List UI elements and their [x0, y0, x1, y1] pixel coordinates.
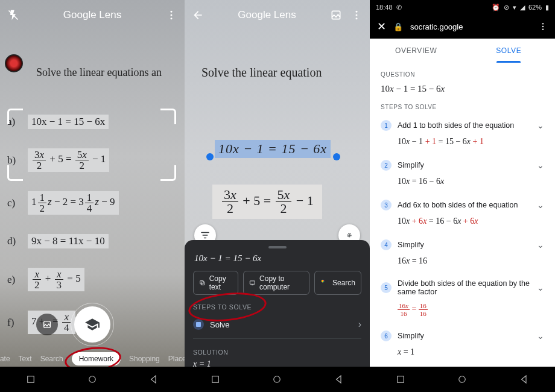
- mode-text[interactable]: Text: [19, 355, 32, 363]
- chevron-down-icon: ⌄: [537, 331, 544, 341]
- lock-icon: 🔒: [393, 22, 403, 31]
- shutter-button[interactable]: [74, 306, 110, 343]
- step-2-equation: 10x = 16 − 6x: [398, 177, 544, 186]
- step-6[interactable]: 6Simplify⌄ x = 1: [381, 327, 544, 357]
- equation-b[interactable]: 3x2 + 5 = 5x2 − 1: [28, 148, 109, 172]
- nav-recent-icon[interactable]: [395, 374, 406, 385]
- step-4-equation: 16x = 16: [398, 256, 544, 266]
- equation-b[interactable]: 3x2 + 5 = 5x2 − 1: [212, 185, 322, 219]
- steps-heading: STEPS TO SOLVE: [381, 104, 544, 110]
- pane-lens-results: Google Lens Solve the linear equation 10…: [185, 0, 370, 392]
- app-title: Google Lens: [238, 9, 296, 21]
- status-bar: 18:48 ✆ ⏰ ⊘ ▾ ◢ 62% ▮: [370, 0, 555, 14]
- action-chips: Copy text Copy to computer Search: [193, 271, 361, 295]
- equation-a[interactable]: 10x − 1 = 15 − 6x: [28, 115, 109, 129]
- svg-point-24: [459, 376, 466, 383]
- solve-row[interactable]: Solve ›: [193, 314, 361, 339]
- page-headline: Solve the linear equations an: [36, 66, 185, 79]
- step-6-equation: x = 1: [398, 347, 544, 357]
- status-time: 18:48 ✆: [376, 4, 402, 11]
- tab-overview[interactable]: OVERVIEW: [370, 39, 463, 63]
- selection-handle-right[interactable]: [333, 153, 340, 160]
- svg-rect-12: [200, 280, 203, 283]
- nav-back-icon[interactable]: [148, 374, 159, 385]
- pane-lens-capture: Google Lens Solve the linear equations a…: [0, 0, 185, 392]
- nav-home-icon[interactable]: [457, 374, 468, 385]
- svg-point-8: [356, 14, 358, 16]
- equation-d[interactable]: 9x − 8 = 11x − 10: [28, 234, 109, 248]
- battery-icon: ▮: [545, 4, 549, 11]
- selection-handle-left[interactable]: [206, 153, 214, 160]
- svg-point-9: [356, 17, 358, 19]
- mode-tabs: slate Text Search Homework Shopping Plac…: [0, 352, 185, 365]
- search-button[interactable]: Search: [314, 271, 361, 295]
- chevron-down-icon: ⌄: [537, 160, 544, 170]
- step-1[interactable]: 1Add 1 to both sides of the equation⌄ 10…: [381, 116, 544, 147]
- close-icon[interactable]: ✕: [377, 20, 386, 33]
- android-navbar: [370, 367, 555, 392]
- nav-back-icon[interactable]: [334, 374, 344, 385]
- equation-row: c) 112z − 2 = 314z − 9: [7, 191, 177, 215]
- tab-solve[interactable]: SOLVE: [463, 39, 556, 63]
- equation-c[interactable]: 112z − 2 = 314z − 9: [28, 191, 119, 215]
- pane-socratic: 18:48 ✆ ⏰ ⊘ ▾ ◢ 62% ▮ ✕ 🔒 socratic.googl…: [370, 0, 555, 392]
- step-1-equation: 10x − 1 + 1 = 15 − 6x + 1: [398, 137, 544, 147]
- svg-point-21: [542, 26, 544, 27]
- steps-heading: STEPS TO SOLVE: [193, 303, 361, 311]
- more-icon[interactable]: [538, 22, 548, 31]
- step-4[interactable]: 4Simplify⌄ 16x = 16: [381, 236, 544, 266]
- svg-rect-11: [201, 282, 205, 285]
- mode-translate[interactable]: slate: [0, 355, 10, 363]
- svg-point-19: [274, 376, 281, 383]
- mode-shopping[interactable]: Shopping: [129, 355, 160, 363]
- copy-text-button[interactable]: Copy text: [193, 271, 238, 295]
- flash-off-icon[interactable]: [7, 9, 19, 21]
- android-navbar: [185, 367, 370, 392]
- equation-row: b) 3x2 + 5 = 5x2 − 1: [7, 148, 177, 172]
- svg-rect-4: [28, 376, 34, 383]
- chevron-down-icon: ⌄: [537, 240, 544, 250]
- tabs: OVERVIEW SOLVE: [370, 39, 555, 63]
- svg-point-22: [542, 28, 544, 30]
- wifi-icon: ▾: [513, 4, 516, 11]
- nav-recent-icon[interactable]: [210, 374, 221, 385]
- equation-e[interactable]: x2 + x3 = 5: [28, 268, 84, 291]
- equation-row: d) 9x − 8 = 11x − 10: [7, 234, 177, 248]
- copy-to-computer-button[interactable]: Copy to computer: [243, 271, 309, 295]
- back-icon[interactable]: [192, 9, 204, 21]
- nav-home-icon[interactable]: [87, 374, 98, 385]
- alarm-icon: ⏰: [492, 4, 500, 11]
- record-indicator-icon: [5, 54, 23, 72]
- more-icon[interactable]: [350, 9, 363, 21]
- chevron-down-icon: ⌄: [537, 283, 544, 292]
- image-icon[interactable]: [330, 9, 342, 21]
- selected-equation[interactable]: 10x − 1 = 15 − 6x: [215, 140, 331, 158]
- chevron-right-icon: ›: [358, 319, 361, 330]
- step-5[interactable]: 5Divide both sides of the equation by th…: [381, 276, 544, 317]
- battery-label: 62%: [528, 4, 542, 11]
- svg-rect-18: [212, 376, 219, 383]
- results-sheet[interactable]: 10x − 1 = 15 − 6x Copy text Copy to comp…: [185, 240, 370, 367]
- url-text: socratic.google: [410, 22, 531, 31]
- step-2[interactable]: 2Simplify⌄ 10x = 16 − 6x: [381, 156, 544, 186]
- svg-rect-13: [250, 281, 255, 284]
- solve-icon: [193, 319, 204, 330]
- nav-home-icon[interactable]: [271, 374, 282, 385]
- chevron-down-icon: ⌄: [537, 121, 544, 130]
- nav-back-icon[interactable]: [519, 374, 530, 385]
- svg-point-5: [89, 376, 96, 383]
- sheet-handle[interactable]: [268, 246, 287, 248]
- solve-body[interactable]: QUESTION 10x − 1 = 15 − 6x STEPS TO SOLV…: [370, 63, 555, 367]
- mode-search[interactable]: Search: [40, 355, 63, 363]
- mode-homework[interactable]: Homework: [72, 352, 121, 365]
- step-3-equation: 10x + 6x = 16 − 6x + 6x: [398, 217, 544, 226]
- step-3[interactable]: 3Add 6x to both sides of the equation⌄ 1…: [381, 196, 544, 226]
- android-navbar: [0, 367, 185, 392]
- app-title: Google Lens: [63, 9, 121, 21]
- question-heading: QUESTION: [381, 71, 544, 78]
- svg-point-20: [542, 23, 544, 24]
- gallery-button[interactable]: [36, 314, 58, 335]
- nav-recent-icon[interactable]: [25, 374, 36, 385]
- more-icon[interactable]: [165, 9, 177, 21]
- svg-point-7: [356, 11, 358, 13]
